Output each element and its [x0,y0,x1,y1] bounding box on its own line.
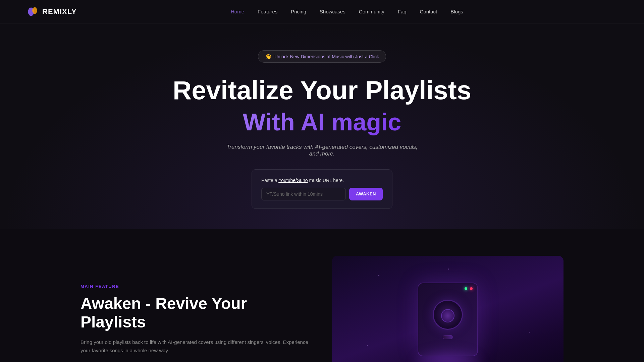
url-label-prefix: Paste a [261,178,278,183]
url-box-label: Paste a Youtube/Suno music URL here. [261,178,383,183]
speaker-cone [433,300,463,330]
particle [378,275,379,276]
studio-visual [332,256,564,362]
hero-badge[interactable]: 👋 Unlock New Dimensions of Music with Ju… [258,50,386,63]
badge-wave-icon: 👋 [265,53,272,60]
speaker-tweeter [443,335,453,339]
nav-blogs[interactable]: Blogs [450,9,463,14]
nav-contact[interactable]: Contact [420,9,437,14]
glow-dot-green [465,287,467,290]
particle [529,332,530,333]
nav-community[interactable]: Community [359,9,384,14]
particle [506,288,506,288]
hero-title-main: Revitalize Your Playlists [173,76,471,105]
navbar: REMIXLY Home Features Pricing Showcases … [0,0,644,23]
hero-title-sub: With AI magic [243,108,401,136]
svg-point-1 [32,7,37,14]
feature-title-line2: Playlists [80,313,146,331]
hero-description: Transform your favorite tracks with AI-g… [221,144,423,157]
nav-showcases[interactable]: Showcases [320,9,345,14]
logo[interactable]: REMIXLY [27,6,77,18]
hero-section: 👋 Unlock New Dimensions of Music with Ju… [0,23,644,229]
feature-title: Awaken - Revive Your Playlists [80,294,312,331]
url-label-link[interactable]: Youtube/Suno [278,178,308,183]
studio-speaker [418,283,478,356]
feature-content: MAIN FEATURE Awaken - Revive Your Playli… [80,284,312,355]
nav-faq[interactable]: Faq [398,9,407,14]
badge-text: Unlock New Dimensions of Music with Just… [274,54,379,59]
awaken-button[interactable]: AWAKEN [349,188,383,200]
particle [448,268,449,270]
features-grid: MAIN FEATURE Awaken - Revive Your Playli… [80,256,564,362]
particle [367,345,368,346]
url-box: Paste a Youtube/Suno music URL here. AWA… [252,169,392,209]
nav-pricing[interactable]: Pricing [291,9,306,14]
features-section: MAIN FEATURE Awaken - Revive Your Playli… [0,229,644,362]
nav-features[interactable]: Features [258,9,277,14]
feature-description: Bring your old playlists back to life wi… [80,338,312,355]
url-input[interactable] [261,188,346,200]
speaker-cone-inner [441,309,454,322]
url-label-suffix: music URL here. [308,178,344,183]
feature-title-line1: Awaken - Revive Your [80,295,247,312]
nav-home[interactable]: Home [231,9,244,14]
brand-name: REMIXLY [42,7,77,16]
url-input-row: AWAKEN [261,188,383,200]
glow-dot-red [470,287,473,290]
nav-links: Home Features Pricing Showcases Communit… [231,9,463,15]
section-label: MAIN FEATURE [80,284,312,289]
feature-image [332,256,564,362]
